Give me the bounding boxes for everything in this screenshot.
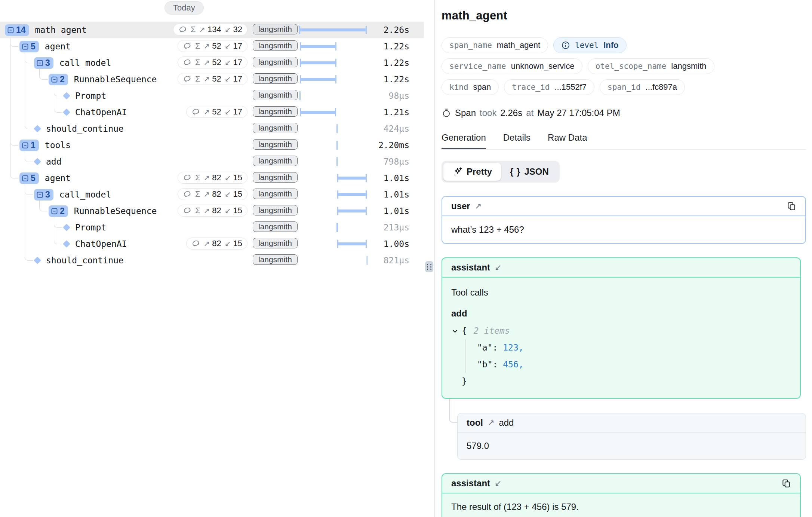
trace-row-Prompt[interactable]: Promptlangsmith98µs [0, 88, 424, 104]
sigma-icon: Σ [195, 206, 200, 215]
leaf-diamond-icon [63, 92, 70, 100]
tree-node: should_continue [0, 252, 124, 269]
token-usage-badge: ↗52↙17 [186, 106, 248, 118]
tree-node: Prompt [0, 219, 106, 236]
collapse-count-badge[interactable]: 2 [49, 74, 68, 85]
json-toggle-button[interactable]: { } JSON [501, 163, 558, 181]
tokens-out-arrow-icon: ↙ [225, 25, 231, 34]
trace-row-agent[interactable]: 5agentΣ↗52↙17langsmith1.22s [0, 38, 424, 55]
duration-bar [299, 28, 367, 31]
duration-bar [300, 45, 336, 48]
span-attribute-pills: span_name math_agent level Info service_… [442, 37, 806, 95]
collapse-minus-icon [21, 174, 29, 182]
sigma-icon: Σ [191, 25, 196, 34]
duration-bar [336, 157, 338, 166]
trace-row-call_model[interactable]: 3call_modelΣ↗82↙15langsmith1.01s [0, 186, 424, 203]
tool-connector-line [449, 399, 457, 423]
sigma-icon: Σ [195, 41, 200, 51]
span-name-label: should_continue [46, 256, 124, 265]
duration-label: 1.22s [384, 71, 409, 88]
pill-level: level Info [553, 37, 627, 53]
message-header-user: user ↗ [442, 197, 805, 216]
waterfall-timeline [299, 22, 369, 38]
token-usage-badge: Σ↗82↙15 [178, 172, 247, 184]
tokens-in-arrow-icon: ↗ [204, 173, 210, 182]
json-close-brace: } [462, 373, 791, 390]
leaf-diamond-icon [34, 125, 41, 132]
arrow-up-right-icon: ↗ [487, 418, 494, 428]
tokens-out-arrow-icon: ↙ [225, 42, 231, 51]
collapse-count-badge[interactable]: 2 [49, 205, 68, 217]
arrow-down-left-icon: ↙ [495, 263, 501, 272]
token-coin-icon [178, 25, 187, 34]
pill-otel-scope-name: otel_scope_name langsmith [588, 58, 714, 74]
json-item-count: 2 items [474, 322, 510, 339]
duration-label: 1.22s [384, 38, 409, 55]
braces-icon: { } [510, 166, 520, 177]
trace-tree: 14math_agentΣ↗134↙32langsmith2.26s5agent… [0, 22, 424, 269]
token-coin-icon [183, 190, 192, 199]
collapse-count-badge[interactable]: 3 [34, 57, 53, 69]
trace-row-should_continue[interactable]: should_continuelangsmith821µs [0, 252, 424, 269]
tokens-in-arrow-icon: ↗ [199, 25, 205, 34]
tree-node: 1tools [0, 137, 71, 153]
collapse-count-badge[interactable]: 5 [19, 41, 39, 52]
stopwatch-icon [442, 108, 451, 118]
langsmith-tag: langsmith [253, 24, 298, 34]
panel-splitter[interactable] [424, 0, 434, 517]
trace-row-Prompt[interactable]: Promptlangsmith213µs [0, 219, 424, 236]
duration-label: 213µs [384, 219, 409, 236]
message-card-tool: tool ↗ add 579.0 [457, 413, 806, 460]
duration-bar [336, 141, 338, 150]
langsmith-tag: langsmith [253, 90, 298, 100]
tokens-in-arrow-icon: ↗ [204, 107, 210, 116]
trace-row-ChatOpenAI[interactable]: ChatOpenAI↗52↙17langsmith1.21s [0, 104, 424, 120]
waterfall-timeline [299, 170, 369, 186]
message-card-user: user ↗ what's 123 + 456? [442, 196, 806, 244]
duration-bar [336, 223, 338, 232]
copy-button[interactable] [787, 201, 796, 211]
info-icon [561, 41, 570, 50]
tokens-out-arrow-icon: ↙ [225, 74, 231, 83]
copy-button[interactable] [781, 478, 791, 488]
trace-row-math_agent[interactable]: 14math_agentΣ↗134↙32langsmith2.26s [0, 22, 424, 38]
tab-raw-data[interactable]: Raw Data [548, 132, 587, 149]
trace-row-should_continue[interactable]: should_continuelangsmith424µs [0, 120, 424, 137]
copy-icon [781, 478, 791, 488]
token-coin-icon [191, 107, 200, 116]
pill-trace-id: trace_id ...1552f7 [504, 79, 594, 95]
trace-row-tools[interactable]: 1toolslangsmith2.20ms [0, 137, 424, 153]
span-name-label: agent [45, 42, 71, 51]
trace-row-call_model[interactable]: 3call_modelΣ↗52↙17langsmith1.22s [0, 55, 424, 71]
span-name-label: ChatOpenAI [75, 239, 127, 249]
tool-calls-label: Tool calls [451, 287, 791, 298]
message-header-tool: tool ↗ add [458, 413, 806, 432]
trace-row-add[interactable]: addlangsmith798µs [0, 153, 424, 170]
collapse-count-badge[interactable]: 14 [5, 24, 29, 36]
langsmith-tag: langsmith [253, 221, 298, 232]
pill-kind: kind span [442, 79, 499, 95]
splitter-drag-handle-icon[interactable] [425, 261, 433, 272]
collapse-count-badge[interactable]: 5 [19, 172, 39, 184]
trace-tree-panel: Today 14math_agentΣ↗134↙32langsmith2.26s… [0, 0, 424, 517]
trace-row-RunnableSequence[interactable]: 2RunnableSequenceΣ↗52↙17langsmith1.22s [0, 71, 424, 88]
duration-bar [336, 124, 338, 133]
pill-span-id: span_id ...fc897a [600, 79, 685, 95]
langsmith-tag: langsmith [253, 238, 298, 248]
duration-bar [300, 78, 336, 81]
tab-details[interactable]: Details [503, 132, 530, 149]
span-name-label: Prompt [75, 91, 106, 101]
collapse-count-badge[interactable]: 1 [19, 140, 39, 151]
token-coin-icon [191, 239, 200, 248]
collapse-count-badge[interactable]: 3 [34, 189, 53, 201]
span-name-label: should_continue [46, 124, 124, 134]
trace-row-ChatOpenAI[interactable]: ChatOpenAI↗82↙15langsmith1.00s [0, 236, 424, 252]
duration-label: 1.01s [384, 203, 409, 219]
tree-node: 2RunnableSequence [0, 203, 157, 219]
trace-row-agent[interactable]: 5agentΣ↗82↙15langsmith1.01s [0, 170, 424, 186]
pretty-toggle-button[interactable]: Pretty [443, 163, 501, 181]
tab-generation[interactable]: Generation [442, 132, 486, 149]
json-collapse-row[interactable]: { 2 items [451, 322, 791, 339]
trace-row-RunnableSequence[interactable]: 2RunnableSequenceΣ↗82↙15langsmith1.01s [0, 203, 424, 219]
today-badge[interactable]: Today [164, 1, 204, 15]
